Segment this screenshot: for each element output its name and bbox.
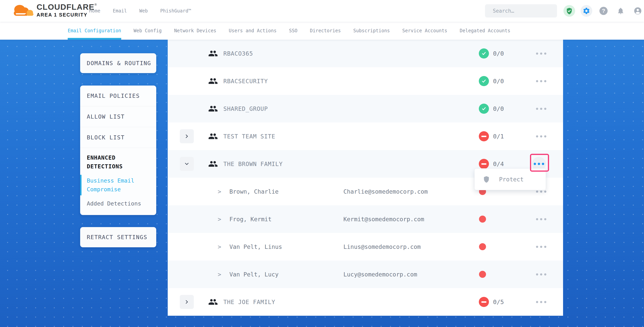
sidebar-item-allow-list[interactable]: ALLOW LIST bbox=[80, 106, 156, 127]
settings-gear-icon[interactable] bbox=[580, 5, 592, 17]
table-row-group[interactable]: RBACO3650/0 bbox=[168, 40, 563, 67]
table-row-group[interactable]: RBACSECURITY0/0 bbox=[168, 67, 563, 95]
menu-item-protect[interactable]: Protect bbox=[499, 176, 524, 183]
member-email: Lucy@somedemocorp.com bbox=[344, 261, 417, 288]
top-nav-item-email[interactable]: Email bbox=[113, 8, 127, 13]
row-menu-button[interactable] bbox=[536, 205, 546, 233]
member-name: Frog, Kermit bbox=[230, 205, 272, 233]
protected-count: 0/1 bbox=[493, 122, 504, 150]
brand-name: CLOUDFLARE bbox=[36, 2, 94, 11]
row-menu-button[interactable] bbox=[536, 122, 546, 150]
group-name: SHARED_GROUP bbox=[223, 95, 268, 122]
top-nav-item-home[interactable]: Home bbox=[89, 8, 100, 13]
config-subnav: Email ConfigurationWeb ConfigNetwork Dev… bbox=[0, 22, 644, 40]
member-name: Brown, Charlie bbox=[230, 178, 278, 205]
tab-subscriptions[interactable]: Subscriptions bbox=[353, 22, 390, 40]
status-ok-icon bbox=[479, 76, 489, 86]
tab-service-accounts[interactable]: Service Accounts bbox=[402, 22, 447, 40]
member-caret-icon[interactable]: > bbox=[218, 205, 221, 233]
status-alert-icon bbox=[479, 159, 489, 169]
sidebar-item-added-detections[interactable]: Added Detections bbox=[87, 199, 150, 208]
domains-routing-label: DOMAINS & ROUTING bbox=[80, 60, 151, 66]
member-caret-icon[interactable]: > bbox=[218, 233, 221, 261]
member-email: Linus@somedemocorp.com bbox=[344, 233, 421, 261]
member-name: Van Pelt, Linus bbox=[230, 233, 282, 261]
table-row-group[interactable]: TEST TEAM SITE0/1 bbox=[168, 122, 563, 150]
group-name: THE BROWN FAMILY bbox=[223, 150, 283, 178]
chevron-right-icon bbox=[184, 133, 190, 139]
retract-settings-label: RETRACT SETTINGS bbox=[80, 234, 147, 241]
search-input[interactable] bbox=[493, 8, 558, 14]
notifications-bell-icon[interactable] bbox=[615, 5, 626, 17]
collapse-row-button[interactable] bbox=[180, 157, 194, 171]
expand-row-button[interactable] bbox=[180, 295, 194, 309]
member-caret-icon[interactable]: > bbox=[218, 178, 221, 205]
area1-security-app: CLOUDFLARE® AREA 1 SECURITY HomeEmailWeb… bbox=[0, 0, 644, 327]
protection-status-icon[interactable] bbox=[564, 5, 575, 17]
tab-web-config[interactable]: Web Config bbox=[134, 22, 162, 40]
row-menu-button[interactable] bbox=[536, 233, 546, 261]
row-menu-button[interactable] bbox=[536, 67, 546, 95]
top-header: CLOUDFLARE® AREA 1 SECURITY HomeEmailWeb… bbox=[0, 0, 644, 22]
account-avatar-icon[interactable] bbox=[632, 5, 644, 17]
sidebar-card-domains-routing[interactable]: DOMAINS & ROUTING bbox=[80, 53, 156, 73]
sidebar-card-email-policies: EMAIL POLICIESALLOW LISTBLOCK LISTENHANC… bbox=[80, 85, 156, 215]
status-ok-icon bbox=[479, 104, 489, 114]
member-email: Charlie@somedemocorp.com bbox=[344, 178, 428, 205]
member-name: Van Pelt, Lucy bbox=[230, 261, 278, 288]
row-menu-button[interactable] bbox=[536, 40, 546, 67]
row-actions-menu[interactable]: Protect bbox=[474, 168, 546, 190]
sidebar-card-retract-settings[interactable]: RETRACT SETTINGS bbox=[80, 227, 156, 247]
table-row-group[interactable]: THE JOE FAMILY0/5 bbox=[168, 288, 563, 316]
group-name: RBACSECURITY bbox=[223, 67, 268, 95]
enhanced-detections-title: ENHANCED DETECTIONS bbox=[87, 153, 150, 171]
table-row-group[interactable]: SHARED_GROUP0/0 bbox=[168, 95, 563, 122]
group-people-icon bbox=[208, 159, 218, 169]
help-icon[interactable]: ? bbox=[598, 5, 609, 17]
sidebar-item-block-list[interactable]: BLOCK LIST bbox=[80, 127, 156, 148]
protected-count: 0/0 bbox=[493, 95, 504, 122]
brand-tagline: AREA 1 SECURITY bbox=[36, 12, 97, 17]
tab-delegated-accounts[interactable]: Delegated Accounts bbox=[460, 22, 510, 40]
row-menu-button[interactable] bbox=[536, 288, 546, 316]
tab-sso[interactable]: SSO bbox=[289, 22, 297, 40]
group-name: TEST TEAM SITE bbox=[223, 122, 275, 150]
search-box[interactable] bbox=[485, 4, 557, 17]
row-menu-button[interactable] bbox=[536, 95, 546, 122]
row-menu-button[interactable] bbox=[536, 261, 546, 288]
group-name: RBACO365 bbox=[223, 40, 253, 67]
header-icon-cluster: ? bbox=[564, 0, 644, 22]
group-people-icon bbox=[208, 76, 218, 86]
table-row-member[interactable]: >Frog, KermitKermit@somedemocorp.com bbox=[168, 205, 563, 233]
tab-users-and-actions[interactable]: Users and Actions bbox=[229, 22, 277, 40]
enhanced-detections-section: ENHANCED DETECTIONSBusiness Email Compro… bbox=[80, 148, 156, 208]
top-nav-item-web[interactable]: Web bbox=[139, 8, 148, 13]
member-email: Kermit@somedemocorp.com bbox=[344, 205, 424, 233]
member-caret-icon[interactable]: > bbox=[218, 261, 221, 288]
status-alert-icon bbox=[479, 131, 489, 141]
top-nav: HomeEmailWebPhishGuard™ bbox=[89, 0, 191, 22]
table-row-member[interactable]: >Van Pelt, LucyLucy@somedemocorp.com bbox=[168, 261, 563, 288]
top-nav-item-phishguard-[interactable]: PhishGuard™ bbox=[160, 8, 191, 13]
shield-icon bbox=[483, 176, 490, 183]
cloudflare-cloud-icon bbox=[11, 2, 34, 18]
tab-directories[interactable]: Directories bbox=[310, 22, 341, 40]
status-alert-icon bbox=[479, 297, 489, 307]
cloudflare-logo[interactable]: CLOUDFLARE® AREA 1 SECURITY bbox=[11, 2, 97, 18]
table-row-member[interactable]: >Van Pelt, LinusLinus@somedemocorp.com bbox=[168, 233, 563, 261]
group-people-icon bbox=[208, 104, 218, 113]
protected-count: 0/0 bbox=[493, 67, 504, 95]
expand-row-button[interactable] bbox=[180, 129, 194, 143]
status-ok-icon bbox=[479, 48, 489, 58]
sidebar-item-email-policies[interactable]: EMAIL POLICIES bbox=[80, 85, 156, 106]
tab-network-devices[interactable]: Network Devices bbox=[174, 22, 216, 40]
status-alert-dot bbox=[479, 216, 486, 223]
chevron-right-icon bbox=[184, 299, 190, 305]
sidebar-item-business-email-compromise[interactable]: Business Email Compromise bbox=[87, 176, 150, 194]
status-alert-dot bbox=[479, 271, 486, 278]
protected-count: 0/0 bbox=[493, 40, 504, 67]
group-name: THE JOE FAMILY bbox=[223, 288, 275, 316]
tab-email-configuration[interactable]: Email Configuration bbox=[68, 22, 121, 40]
chevron-down-icon bbox=[184, 161, 190, 167]
group-people-icon bbox=[208, 49, 218, 58]
